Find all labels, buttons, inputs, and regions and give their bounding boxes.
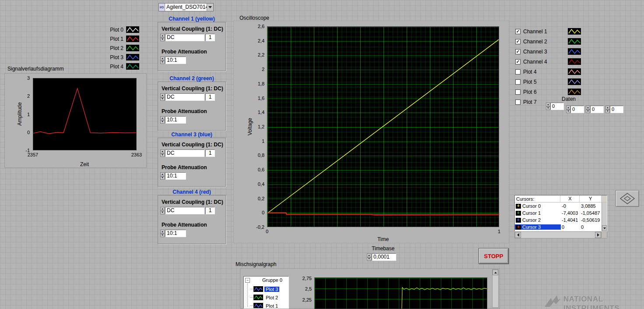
legend-checkbox[interactable]: ✓ [515,59,521,64]
spin-up-icon[interactable] [160,93,165,97]
device-selector-value[interactable]: Agilent_DSO7014 [165,4,207,11]
coupling-spinner[interactable] [160,207,165,214]
stop-button[interactable]: STOPP [479,248,509,264]
plot-icon[interactable] [126,36,139,42]
spin-down-icon[interactable] [586,110,590,114]
legend-checkbox[interactable] [515,89,521,95]
tree-item[interactable]: Plot 2 [250,294,279,301]
spin-down-icon[interactable] [160,211,165,215]
spin-up-icon[interactable] [566,106,570,110]
probe-spinner[interactable] [160,116,165,124]
spin-down-icon[interactable] [605,110,610,114]
oscilloscope-plot[interactable] [267,26,499,227]
cursor-name-cell[interactable]: +Cursor 1 [515,210,561,216]
scroll-down-icon[interactable] [602,225,607,231]
probe-field[interactable]: 10:1 [165,230,186,237]
legend-plot-icon[interactable] [568,48,581,55]
legend-plot-icon[interactable] [568,78,581,85]
spin-up-icon[interactable] [160,230,165,234]
coupling-field[interactable]: DC [165,149,204,157]
legend-item[interactable]: Plot 0 [99,25,139,34]
daten-field[interactable]: 0 [586,106,604,113]
coupling-index-field[interactable]: 1 [205,149,215,157]
cursors-hscrollbar[interactable] [514,231,607,238]
legend-item[interactable]: Plot 1 [99,34,139,43]
spinner[interactable] [605,106,610,113]
cursor-row[interactable]: +Cursor 0-03,0885 [515,202,607,210]
legend-checkbox[interactable] [515,69,521,75]
cursors-vscrollbar[interactable] [602,202,607,231]
spin-down-icon[interactable] [160,120,165,124]
scroll-right-icon[interactable] [595,232,601,238]
spinner[interactable] [566,106,570,113]
cursor-row[interactable]: +Cursor 300 [515,224,607,231]
spin-up-icon[interactable] [160,34,165,38]
cursor-row[interactable]: +Cursor 1-7,4003-1,05487 [515,210,607,217]
legend-plot-icon[interactable] [568,38,581,45]
tree-item[interactable]: Plot 1 [250,302,279,309]
legend-checkbox[interactable]: ✓ [515,39,521,44]
spin-down-icon[interactable] [160,60,165,64]
daten-value[interactable]: 0 [590,106,604,113]
collapse-icon[interactable]: − [245,278,250,283]
coupling-field[interactable]: DC [165,93,204,101]
daten-field[interactable]: 0 [605,106,623,113]
coupling-index-field[interactable]: 1 [205,93,215,101]
coupling-spinner[interactable] [160,149,165,157]
coupling-field[interactable]: DC [165,34,204,41]
legend-item[interactable]: ✓Channel 1 [515,26,581,36]
plot-icon[interactable] [126,45,139,51]
spin-up-icon[interactable] [160,149,165,153]
waveform-chart-plot[interactable] [33,78,137,150]
spin-down-icon[interactable] [160,234,165,238]
probe-field[interactable]: 10:1 [165,116,186,124]
spin-up-icon[interactable] [160,116,165,120]
cursor-name-cell[interactable]: +Cursor 0 [515,203,561,209]
cursor-name-cell[interactable]: +Cursor 3 [515,224,561,230]
plot-icon[interactable] [126,63,139,70]
spin-down-icon[interactable] [160,176,165,180]
legend-checkbox[interactable] [515,79,521,85]
probe-spinner[interactable] [160,172,165,180]
coupling-index-field[interactable]: 1 [205,207,215,214]
device-selector[interactable]: I/O Agilent_DSO7014 [158,3,214,11]
legend-item[interactable]: Plot 4 [515,67,581,77]
legend-checkbox[interactable]: ✓ [515,29,521,34]
legend-plot-icon[interactable] [568,58,581,65]
legend-item[interactable]: ✓Channel 4 [515,57,581,67]
spin-up-icon[interactable] [367,253,371,257]
spin-down-icon[interactable] [160,153,165,157]
dropdown-arrow-icon[interactable] [207,4,213,11]
scroll-up-icon[interactable] [493,270,498,275]
coupling-field[interactable]: DC [165,207,204,214]
probe-spinner[interactable] [160,57,165,64]
scroll-left-icon[interactable] [515,232,521,238]
legend-item[interactable]: Plot 2 [99,43,139,53]
spin-down-icon[interactable] [566,110,570,114]
spin-down-icon[interactable] [160,38,165,42]
legend-plot-icon[interactable] [568,89,581,95]
timebase-field[interactable]: 0,0001 [372,253,396,261]
mixed-graph-plot[interactable] [314,277,487,309]
mixed-vscrollbar[interactable] [492,269,499,308]
plot-icon[interactable] [126,54,139,60]
scrollbar-track[interactable] [521,232,595,238]
daten-value[interactable]: 0 [610,106,623,113]
spin-up-icon[interactable] [586,106,590,110]
cursor-move-pad[interactable] [616,190,639,207]
probe-field[interactable]: 10:1 [165,57,186,64]
daten-field[interactable]: 0 [566,106,584,113]
legend-checkbox[interactable] [515,99,521,105]
coupling-spinner[interactable] [160,93,165,101]
legend-item[interactable]: Plot 3 [99,53,139,62]
legend-item[interactable]: ✓Channel 2 [515,36,581,46]
legend-checkbox[interactable]: ✓ [515,49,521,54]
cursor-name-cell[interactable]: +Cursor 2 [515,217,561,223]
cursor-row[interactable]: +Cursor 2-1,4041-0,50619 [515,217,607,224]
daten-value[interactable]: 0 [550,103,564,110]
legend-item[interactable]: Plot 6 [515,87,581,97]
coupling-spinner[interactable] [160,34,165,41]
spin-up-icon[interactable] [160,172,165,176]
legend-plot-icon[interactable] [568,28,581,35]
plot-icon[interactable] [126,26,139,33]
